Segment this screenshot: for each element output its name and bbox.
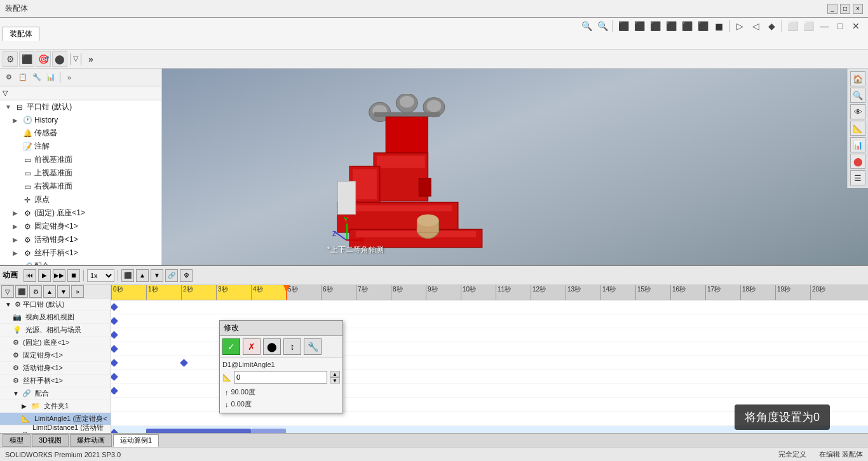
tl-item-lightsource[interactable]: 💡 光源、相机与场景 <box>0 324 111 337</box>
view-icon1[interactable]: ⬛ <box>616 19 630 33</box>
anim-icon5[interactable]: ⚙ <box>180 269 193 282</box>
dialog-tool-btn[interactable]: 🔧 <box>304 338 322 355</box>
nav-icon2[interactable]: ◁ <box>749 19 763 33</box>
tl-item-moving-jaw[interactable]: ⚙ 活动钳身<1> <box>0 362 111 375</box>
expander-fixed-seat[interactable]: ▶ <box>13 210 20 217</box>
tree-item-sensor[interactable]: ▶ 🔔 传感器 <box>0 126 161 140</box>
tree-item-mating[interactable]: ▼ 🔗 配合 <box>0 260 161 265</box>
window-close[interactable]: ✕ <box>849 19 863 33</box>
tl-icon4[interactable]: ▼ <box>57 285 70 298</box>
nav-icon1[interactable]: ▷ <box>733 19 747 33</box>
tool-icon4[interactable]: ⬤ <box>52 51 67 67</box>
tl-icon2[interactable]: ⚙ <box>29 285 42 298</box>
ruler-16: 16秒 <box>670 285 705 300</box>
tool-icon2[interactable]: ⬛ <box>19 51 34 67</box>
tree-item-screw-handle[interactable]: ▶ ⚙ 丝杆手柄<1> <box>0 246 161 260</box>
view-menu-icon[interactable]: ☰ <box>850 170 865 185</box>
speed-select[interactable]: 1x 2x 0.5x <box>87 269 114 282</box>
more-btn[interactable]: » <box>84 52 98 66</box>
dialog-cancel-btn[interactable]: ✗ <box>243 338 261 355</box>
tree-item-front-plane[interactable]: ▶ ▭ 前视基准面 <box>0 153 161 166</box>
tree-item-origin[interactable]: ▶ ✛ 原点 <box>0 193 161 206</box>
tab-motion1[interactable]: 运动算例1 <box>113 434 159 447</box>
tl-expander-folder[interactable]: ▶ <box>22 403 29 410</box>
view-color-icon[interactable]: ⬤ <box>850 154 865 169</box>
tl-item-screw[interactable]: ⚙ 丝杆手柄<1> <box>0 375 111 387</box>
tool-icon1[interactable]: ⚙ <box>3 51 18 67</box>
view-icon5[interactable]: ⬛ <box>680 19 694 33</box>
view-chart-icon[interactable]: 📊 <box>850 137 865 152</box>
expander-history[interactable]: ▶ <box>13 117 20 124</box>
maximize-button[interactable]: □ <box>840 4 850 14</box>
anim-rewind[interactable]: ⏮ <box>24 269 36 282</box>
anim-stop[interactable]: ⏹ <box>67 269 80 282</box>
nav-icon3[interactable]: ◆ <box>764 19 778 33</box>
tl-item-mating2[interactable]: ▼ 🔗 配合 <box>0 387 111 400</box>
tree-item-pingkoujian[interactable]: ▼ ⊟ 平口钳 (默认) <box>0 100 161 114</box>
view-search-icon[interactable]: 🔍 <box>850 88 865 103</box>
tree-item-moving-jaw[interactable]: ▶ ⚙ 活动钳身<1> <box>0 233 161 246</box>
tree-item-top-plane[interactable]: ▶ ▭ 上视基准面 <box>0 166 161 180</box>
tree-item-fixed-seat[interactable]: ▶ ⚙ (固定) 底座<1> <box>0 206 161 220</box>
tl-item-folder1[interactable]: ▶ 📁 文件夹1 <box>0 400 111 413</box>
input-spinner[interactable]: ▲ ▼ <box>330 371 340 384</box>
tl-icon3[interactable]: ▲ <box>43 285 56 298</box>
tool-icon3[interactable]: 🎯 <box>36 51 51 67</box>
tab-model[interactable]: 模型 <box>3 434 31 447</box>
tab-3dview[interactable]: 3D视图 <box>32 434 69 447</box>
dialog-value-input[interactable] <box>234 371 327 384</box>
tl-item-pingkoujian[interactable]: ▼ ⚙ 平口钳 (默认) <box>0 298 111 311</box>
tl-item-limitdist[interactable]: ↔ LimitDistance1 (活动钳身 <box>0 425 111 433</box>
dialog-dot-btn[interactable]: ⬤ <box>263 338 281 355</box>
lp-icon1[interactable]: ⚙ <box>3 71 15 84</box>
window-max[interactable]: □ <box>833 19 847 33</box>
expander-pingkoujian[interactable]: ▼ <box>5 104 13 110</box>
tree-item-fixed-jaw[interactable]: ▶ ⚙ 固定钳身<1> <box>0 220 161 233</box>
anim-icon2[interactable]: ▲ <box>136 269 149 282</box>
search-icon1[interactable]: 🔍 <box>580 19 593 33</box>
view-icon2[interactable]: ⬛ <box>632 19 646 33</box>
dialog-ok-btn[interactable]: ✓ <box>222 338 240 355</box>
tl-filter[interactable]: ▽ <box>1 285 14 298</box>
window-icon2[interactable]: ⬜ <box>801 19 815 33</box>
tree-item-history[interactable]: ▶ 🕐 History <box>0 114 161 126</box>
tree-item-right-plane[interactable]: ▶ ▭ 右视基准面 <box>0 180 161 193</box>
dialog-resize-btn[interactable]: ↕ <box>283 338 301 355</box>
anim-play[interactable]: ▶ <box>38 269 51 282</box>
lp-icon3[interactable]: 🔧 <box>31 71 43 84</box>
tl-item-fixed-jaw[interactable]: ⚙ 固定钳身<1> <box>0 349 111 362</box>
search-icon2[interactable]: 🔍 <box>595 19 609 33</box>
view-measure-icon[interactable]: 📐 <box>850 121 865 136</box>
view-icon3[interactable]: ⬛ <box>648 19 662 33</box>
view-icon7[interactable]: ◼ <box>712 19 726 33</box>
tl-expander1[interactable]: ▼ <box>5 301 13 308</box>
anim-icon1[interactable]: ⬛ <box>121 269 134 282</box>
lp-icon2[interactable]: 📋 <box>17 71 29 84</box>
expander-screw[interactable]: ▶ <box>13 250 20 257</box>
lp-more[interactable]: » <box>63 71 76 84</box>
anim-ff[interactable]: ▶▶ <box>53 269 65 282</box>
anim-icon4[interactable]: 🔗 <box>165 269 178 282</box>
tab-assembly[interactable]: 装配体 <box>3 27 39 41</box>
expander-moving-jaw[interactable]: ▶ <box>13 236 20 243</box>
tab-explode-anim[interactable]: 爆炸动画 <box>70 434 112 447</box>
spinner-down[interactable]: ▼ <box>330 377 340 384</box>
close-button[interactable]: × <box>853 4 863 14</box>
window-icon1[interactable]: ⬜ <box>785 19 799 33</box>
minimize-button[interactable]: _ <box>827 4 837 14</box>
view-icon4[interactable]: ⬛ <box>664 19 678 33</box>
tl-icon1[interactable]: ⬛ <box>15 285 28 298</box>
anim-icon3[interactable]: ▼ <box>151 269 163 282</box>
view-eye-icon[interactable]: 👁 <box>850 104 865 119</box>
tl-item-fixed-seat[interactable]: ⚙ (固定) 底座<1> <box>0 337 111 349</box>
tl-item-viewcam[interactable]: 📷 视向及相机视图 <box>0 311 111 324</box>
expander-fixed-jaw[interactable]: ▶ <box>13 223 20 230</box>
tree-item-notes[interactable]: ▶ 📝 注解 <box>0 140 161 153</box>
view-icon6[interactable]: ⬛ <box>696 19 710 33</box>
lp-icon4[interactable]: 📊 <box>44 71 57 84</box>
tl-more[interactable]: » <box>71 285 84 298</box>
spinner-up[interactable]: ▲ <box>330 371 340 377</box>
window-min[interactable]: — <box>817 19 831 33</box>
tl-expander-mating[interactable]: ▼ <box>13 390 20 397</box>
view-home-icon[interactable]: 🏠 <box>850 71 865 86</box>
